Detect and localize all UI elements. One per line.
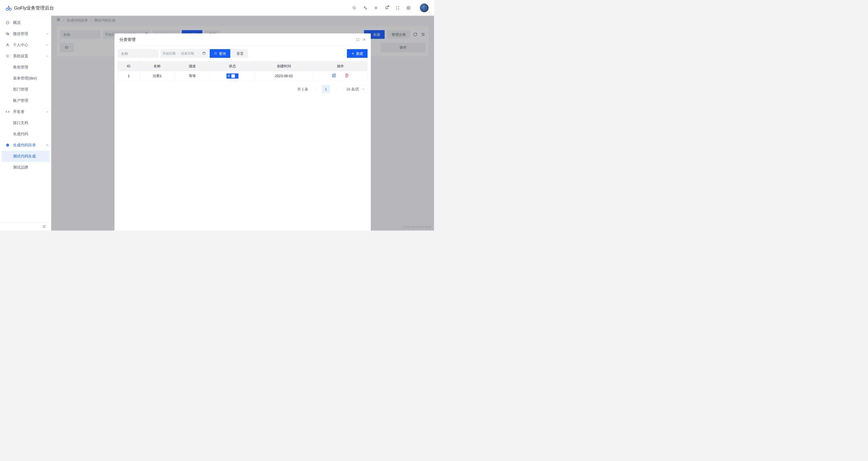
svg-point-2 [353, 6, 355, 9]
fullscreen-icon[interactable] [356, 38, 360, 41]
search-icon[interactable] [352, 6, 356, 10]
watermark: CSDN @GoFly开发者 [402, 225, 431, 229]
chevron-up-icon [46, 55, 49, 58]
sidebar-item-dept[interactable]: 部门管理 [0, 84, 51, 95]
td-time: 2023-06-02 [255, 71, 313, 81]
status-switch[interactable]: 开 [226, 73, 239, 79]
modal-header-actions [356, 38, 366, 41]
svg-point-3 [375, 7, 377, 8]
sidebar-item-label: 角色管理 [13, 65, 49, 70]
sidebar-item-account[interactable]: 账户管理 [0, 95, 51, 106]
sidebar-footer [0, 222, 51, 231]
page-number[interactable]: 1 [322, 85, 330, 93]
sidebar-item-developer[interactable]: 开发者 [0, 106, 51, 117]
sidebar-item-label: 菜单管理(dev) [13, 76, 49, 81]
sidebar-item-personal[interactable]: 个人中心 [0, 39, 51, 51]
sidebar-item-wechat[interactable]: 微信管理 [0, 28, 51, 39]
sidebar-item-test-brand[interactable]: 测试品牌 [0, 162, 51, 173]
sidebar-item-label: 微信管理 [13, 31, 46, 36]
sidebar-item-label: 账户管理 [13, 98, 49, 103]
code-icon [5, 110, 10, 114]
table-row: 1 分类1 等等 开 2023-06-02 [118, 71, 368, 81]
fullscreen-icon[interactable] [396, 6, 400, 10]
sidebar-item-label: 部门管理 [13, 87, 49, 92]
search-button-label: 查询 [219, 51, 226, 56]
modal-title: 分类管理 [119, 37, 135, 42]
th-name: 名称 [140, 61, 175, 71]
th-time: 创建时间 [255, 61, 313, 71]
dashboard-icon [5, 21, 10, 25]
th-id: ID [118, 61, 140, 71]
sidebar-item-system[interactable]: 系统设置 [0, 51, 51, 62]
close-icon[interactable] [363, 38, 366, 41]
sidebar: 概况 微信管理 个人中心 系统设置 角色管理 菜单管理(dev) 部门管理 账户… [0, 16, 51, 231]
chevron-up-icon [46, 144, 49, 147]
svg-rect-18 [203, 52, 205, 54]
reset-button-label: 重置 [237, 51, 244, 56]
sidebar-item-overview[interactable]: 概况 [0, 17, 51, 28]
sidebar-item-menu-dev[interactable]: 菜单管理(dev) [0, 73, 51, 84]
avatar[interactable] [420, 3, 429, 12]
sidebar-item-gen-code[interactable]: 生成代码 [0, 128, 51, 140]
prev-page-button[interactable] [311, 85, 319, 93]
svg-point-6 [6, 33, 8, 34]
modal-date-range[interactable]: 开始日期 - 结束日期 [160, 49, 208, 58]
td-op [313, 71, 368, 81]
header-actions [352, 3, 429, 12]
sidebar-item-gen-code-dir[interactable]: En 生成代码目录 [0, 140, 51, 151]
th-desc: 描述 [175, 61, 210, 71]
modal-table-header: ID 名称 描述 状态 创建时间 操作 [118, 61, 368, 71]
create-button-label: 新建 [356, 51, 363, 56]
modal-create-button[interactable]: 新建 [347, 49, 368, 58]
user-icon [5, 43, 10, 47]
date-start-label: 开始日期 [162, 51, 176, 56]
date-sep: - [178, 52, 179, 55]
wechat-icon [5, 32, 10, 36]
svg-point-8 [7, 44, 8, 45]
modal-reset-button[interactable]: 重置 [232, 49, 248, 58]
logo-area: GoFly业务管理后台 [5, 5, 54, 11]
modal-header: 分类管理 [115, 33, 371, 46]
collapse-icon[interactable] [42, 225, 46, 228]
delete-icon[interactable] [345, 74, 349, 79]
op-icons [332, 74, 349, 79]
switch-label: 开 [227, 74, 230, 78]
th-status: 状态 [210, 61, 255, 71]
settings-icon[interactable] [406, 6, 411, 10]
sidebar-item-api-doc[interactable]: 接口文档 [0, 117, 51, 128]
calendar-icon [203, 52, 206, 56]
divider [340, 75, 340, 78]
total-text: 共 1 条 [297, 87, 308, 91]
sidebar-item-label: 生成代码 [13, 132, 49, 137]
app-header: GoFly业务管理后台 [0, 0, 434, 16]
sidebar-item-label: 接口文档 [13, 120, 49, 125]
sidebar-item-label: 生成代码目录 [13, 143, 46, 148]
modal-search-button[interactable]: 查询 [210, 49, 230, 58]
sidebar-item-label: 测试代码生成 [13, 154, 48, 159]
td-name: 分类1 [140, 71, 175, 81]
chevron-down-icon [46, 32, 49, 35]
sidebar-item-label: 概况 [13, 20, 49, 25]
pagination: 共 1 条 1 10 条/页 [118, 85, 368, 93]
sidebar-item-label: 系统设置 [13, 54, 46, 59]
modal-table: ID 名称 描述 状态 创建时间 操作 1 分类1 等等 开 [118, 61, 368, 81]
sidebar-menu: 概况 微信管理 个人中心 系统设置 角色管理 菜单管理(dev) 部门管理 账户… [0, 16, 51, 222]
language-icon[interactable] [363, 6, 367, 10]
theme-icon[interactable] [374, 6, 378, 10]
next-page-button[interactable] [333, 85, 341, 93]
th-op: 操作 [313, 61, 368, 71]
sidebar-item-label: 开发者 [13, 109, 46, 114]
modal-name-input[interactable] [118, 49, 158, 58]
svg-point-9 [7, 56, 8, 57]
edit-icon[interactable] [332, 74, 336, 79]
modal-overlay: 分类管理 开始日期 - 结束日期 查询 重置 [51, 16, 434, 231]
sidebar-item-test-gen[interactable]: 测试代码生成 [2, 151, 50, 162]
td-status: 开 [210, 71, 255, 81]
page-size-select[interactable]: 10 条/页 [343, 85, 368, 93]
svg-text:En: En [6, 144, 8, 146]
sidebar-item-role[interactable]: 角色管理 [0, 62, 51, 73]
chevron-down-icon [46, 44, 49, 47]
date-end-label: 结束日期 [181, 51, 194, 56]
notification-icon[interactable] [384, 6, 389, 10]
td-id: 1 [118, 71, 140, 81]
